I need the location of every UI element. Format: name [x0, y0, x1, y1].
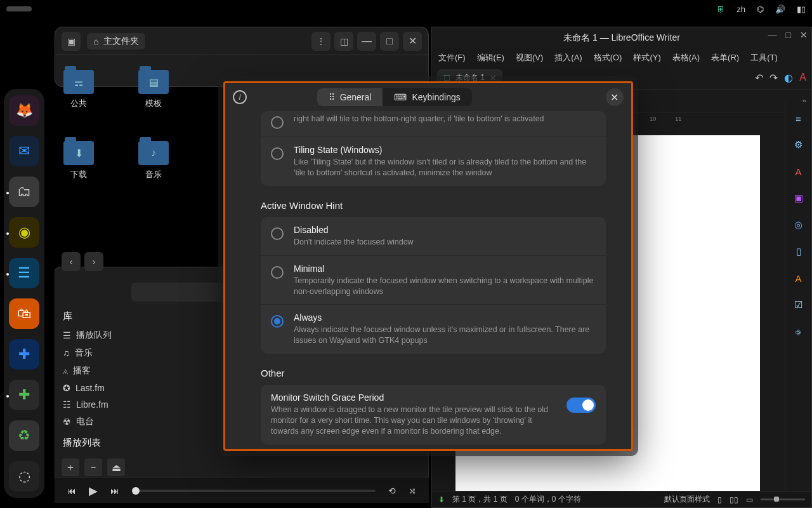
- radio-unchecked[interactable]: [271, 147, 284, 160]
- dock-rhythmbox[interactable]: ◉: [9, 217, 39, 248]
- network-icon[interactable]: ⌬: [757, 4, 764, 14]
- sidebar-menu-icon[interactable]: ≡: [792, 111, 806, 125]
- activities-pill[interactable]: [6, 6, 32, 11]
- settings-content[interactable]: right half will tile to the bottom-right…: [225, 111, 631, 449]
- radio-checked[interactable]: [271, 315, 284, 328]
- view-book-icon[interactable]: ▭: [746, 495, 753, 504]
- folder-templates[interactable]: ▤ 模板: [138, 70, 169, 109]
- dock-extension2[interactable]: ✚: [9, 380, 39, 410]
- save-status-icon[interactable]: ⬇: [438, 495, 445, 504]
- view-multi-icon[interactable]: ▯▯: [730, 495, 738, 504]
- sidebar-item-podcast[interactable]: ⟑播客: [63, 362, 149, 380]
- sidebar-toggle-icon[interactable]: ▣: [62, 32, 81, 51]
- tab-general[interactable]: ⠿ General: [317, 88, 383, 106]
- folder-music[interactable]: ♪ 音乐: [138, 141, 169, 180]
- input-method-label[interactable]: zh: [737, 4, 745, 14]
- font-color-icon[interactable]: A: [799, 72, 806, 84]
- folder-downloads[interactable]: ⬇ 下载: [63, 141, 94, 180]
- sidebar-item-librefm[interactable]: ☷Libre.fm: [63, 396, 149, 413]
- style-inspect-icon[interactable]: A: [792, 271, 806, 285]
- option-desc: Always indicate the focused window unles…: [294, 324, 596, 346]
- close-button[interactable]: ✕: [403, 32, 422, 51]
- menu-styles[interactable]: 样式(Y): [633, 52, 660, 64]
- sidebar-item-music[interactable]: ♫音乐: [63, 344, 149, 362]
- dock-extension1[interactable]: ✚: [9, 339, 39, 370]
- dock-files[interactable]: 🗂: [9, 177, 39, 207]
- sidebar-item-queue[interactable]: ☰播放队列: [63, 326, 149, 344]
- next-button[interactable]: ⏭: [110, 486, 119, 496]
- menu-edit[interactable]: 编辑(E): [477, 52, 504, 64]
- info-icon[interactable]: i: [233, 90, 247, 104]
- radio-unchecked[interactable]: [271, 266, 284, 279]
- add-button[interactable]: ＋: [62, 458, 79, 476]
- option-minimal[interactable]: Minimal Temporarily indicate the focused…: [261, 255, 606, 305]
- minimize-button[interactable]: —: [357, 32, 376, 51]
- maximize-button[interactable]: □: [380, 32, 399, 51]
- dock-thunderbird[interactable]: ✉: [9, 136, 39, 166]
- menu-view[interactable]: 视图(V): [516, 52, 543, 64]
- repeat-button[interactable]: ⟲: [388, 486, 396, 496]
- menu-file[interactable]: 文件(F): [438, 52, 466, 64]
- nav-back-icon[interactable]: ‹: [62, 252, 81, 271]
- dock-firefox[interactable]: 🦊: [9, 95, 39, 126]
- option-tiling-state-partial[interactable]: right half will tile to the bottom-right…: [261, 111, 606, 137]
- dock-trash[interactable]: ♻: [9, 420, 39, 451]
- option-tiling-state-windows[interactable]: Tiling State (Windows) Like 'Tiling Stat…: [261, 137, 606, 186]
- remove-button[interactable]: －: [84, 458, 102, 476]
- status-bar: ⬇ 第 1 页，共 1 页 0 个单词，0 个字符 默认页面样式 ▯ ▯▯ ▭: [432, 491, 811, 507]
- redo-icon[interactable]: ↷: [769, 72, 778, 84]
- seek-bar[interactable]: [132, 490, 376, 492]
- nav-fwd-icon[interactable]: ›: [84, 252, 103, 271]
- toggle-on[interactable]: [566, 398, 596, 413]
- menu-format[interactable]: 格式(O): [594, 52, 622, 64]
- minimize-button[interactable]: —: [768, 30, 777, 40]
- menu-insert[interactable]: 插入(A): [554, 52, 582, 64]
- menu-form[interactable]: 表单(R): [711, 52, 739, 64]
- sidebar-item-radio[interactable]: ☢电台: [63, 413, 149, 431]
- undo-icon[interactable]: ↶: [755, 72, 763, 84]
- close-button[interactable]: ✕: [606, 88, 624, 106]
- highlight-icon[interactable]: ◐: [784, 72, 793, 84]
- navigator-icon[interactable]: ◎: [792, 218, 806, 232]
- prev-button[interactable]: ⏮: [67, 486, 76, 496]
- zoom-slider[interactable]: [761, 498, 805, 500]
- option-title: Disabled: [294, 225, 596, 235]
- radio-unchecked[interactable]: [271, 227, 284, 240]
- hamburger-icon[interactable]: ⋮: [311, 32, 331, 51]
- maximize-button[interactable]: □: [786, 30, 791, 40]
- changes-icon[interactable]: ☑: [792, 298, 806, 312]
- menu-tools[interactable]: 工具(T): [750, 52, 778, 64]
- path-bar[interactable]: ⌂ 主文件夹: [87, 33, 145, 50]
- dock-apps[interactable]: ◌: [9, 461, 39, 491]
- option-always[interactable]: Always Always indicate the focused windo…: [261, 304, 606, 354]
- gallery-icon[interactable]: ▣: [792, 191, 806, 205]
- option-disabled[interactable]: Disabled Don't indicate the focused wind…: [261, 217, 606, 255]
- option-monitor-grace[interactable]: Monitor Switch Grace Period When a windo…: [261, 385, 606, 444]
- shield-icon[interactable]: ⛨: [717, 4, 725, 14]
- properties-icon[interactable]: ⚙: [792, 138, 806, 152]
- list-icon: ☰: [63, 330, 71, 340]
- accessibility-icon[interactable]: ⎆: [792, 324, 806, 338]
- music-sidebar: 库 ☰播放队列 ♫音乐 ⟑播客 ✪Last.fm ☷Libre.fm ☢电台 播…: [55, 305, 157, 450]
- play-button[interactable]: ▶: [89, 484, 98, 498]
- styles-icon[interactable]: A: [792, 164, 806, 178]
- view-single-icon[interactable]: ▯: [717, 495, 722, 504]
- shuffle-button[interactable]: ⤭: [409, 486, 416, 496]
- sidebar-item-lastfm[interactable]: ✪Last.fm: [63, 380, 149, 396]
- close-button[interactable]: ✕: [800, 30, 808, 40]
- page-icon[interactable]: ▯: [792, 244, 806, 258]
- eject-icon[interactable]: ⏏: [107, 458, 125, 476]
- view-icon[interactable]: ◫: [334, 32, 353, 51]
- radio-unchecked[interactable]: [271, 116, 284, 129]
- volume-icon[interactable]: 🔊: [775, 4, 785, 14]
- battery-icon[interactable]: ▮▯: [797, 4, 806, 14]
- dock-software[interactable]: 🛍: [9, 298, 39, 329]
- option-desc: Temporarily indicate the focused window …: [294, 276, 596, 297]
- status-style: 默认页面样式: [664, 494, 710, 505]
- option-title: Monitor Switch Grace Period: [271, 392, 556, 403]
- tab-keybindings[interactable]: ⌨ Keybindings: [383, 88, 471, 106]
- folder-public[interactable]: ⚎ 公共: [63, 70, 94, 109]
- window-title: 未命名 1 — LibreOffice Writer: [563, 32, 680, 44]
- dock-writer[interactable]: ☰: [9, 258, 39, 288]
- menu-table[interactable]: 表格(A): [672, 52, 700, 64]
